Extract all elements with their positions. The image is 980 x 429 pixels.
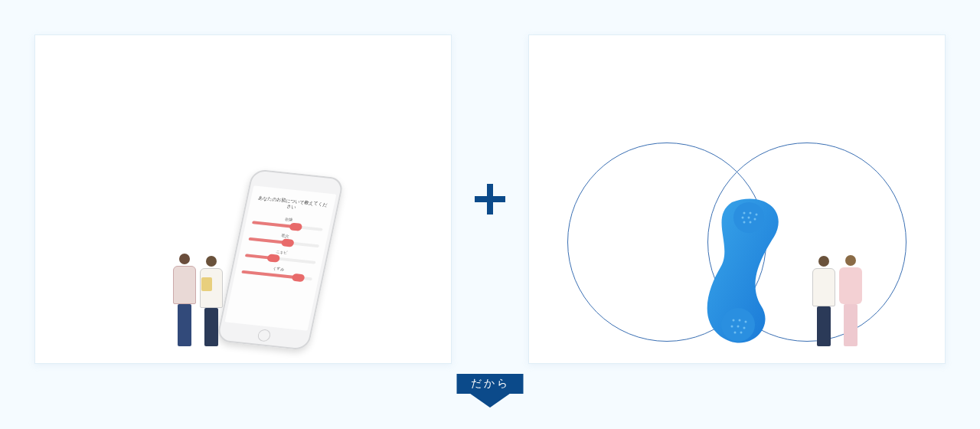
svg-point-9 bbox=[750, 221, 752, 224]
svg-point-1 bbox=[721, 308, 755, 342]
svg-point-8 bbox=[743, 221, 746, 224]
svg-point-15 bbox=[743, 327, 746, 329]
smartphone-illustration: あなたのお肌について教えてください 乾燥 毛穴 ニキビ くすみ bbox=[216, 169, 345, 351]
svg-point-16 bbox=[734, 332, 737, 334]
svg-point-6 bbox=[748, 217, 750, 219]
svg-point-11 bbox=[739, 319, 741, 322]
slider-row: ニキビ bbox=[245, 247, 318, 264]
smartphone-screen: あなたのお肌について教えてください 乾燥 毛穴 ニキビ くすみ bbox=[224, 185, 336, 330]
phone-handset-icon bbox=[701, 195, 824, 348]
svg-point-2 bbox=[743, 212, 746, 215]
slider-row: 毛穴 bbox=[248, 230, 321, 247]
svg-point-14 bbox=[737, 326, 740, 328]
slider-row: 乾燥 bbox=[252, 214, 325, 231]
svg-point-10 bbox=[733, 319, 735, 322]
card-phone bbox=[528, 34, 946, 364]
svg-point-3 bbox=[750, 212, 752, 215]
smartphone-title: あなたのお肌について教えてください bbox=[256, 195, 328, 214]
plus-icon bbox=[475, 184, 505, 215]
svg-point-7 bbox=[754, 218, 756, 221]
svg-point-5 bbox=[742, 217, 744, 219]
slider-row: くすみ bbox=[241, 263, 314, 280]
customer-figure bbox=[839, 255, 862, 346]
customer-figure bbox=[173, 254, 196, 346]
svg-point-12 bbox=[745, 321, 747, 323]
cards-row: あなたのお肌について教えてください 乾燥 毛穴 ニキビ くすみ bbox=[34, 34, 946, 364]
svg-point-13 bbox=[731, 326, 733, 328]
svg-point-4 bbox=[756, 214, 758, 216]
svg-point-17 bbox=[740, 332, 743, 334]
staff-figure bbox=[200, 256, 223, 346]
staff-figure bbox=[812, 256, 835, 346]
home-button-icon bbox=[256, 329, 271, 342]
ribbon-label: だから bbox=[457, 374, 524, 394]
card-app: あなたのお肌について教えてください 乾燥 毛穴 ニキビ くすみ bbox=[34, 34, 452, 364]
